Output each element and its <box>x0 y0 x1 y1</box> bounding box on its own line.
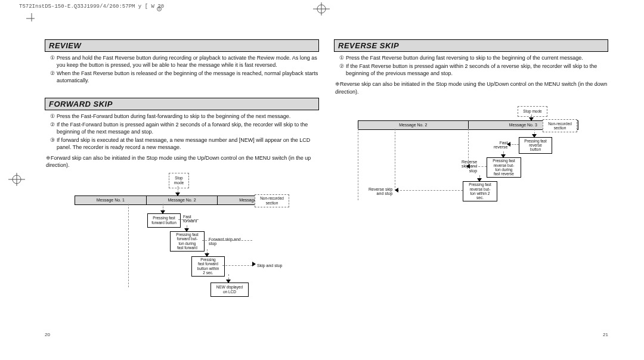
num-icon: ① <box>48 54 57 69</box>
page-left: REVIEW ① Press and hold the Fast Reverse… <box>45 36 319 340</box>
fwd-pressff-during-box: Pressing fast forward but- ton during fa… <box>170 231 205 252</box>
fwdskip-item-2-text: If the Fast-Forward button is pressed ag… <box>57 121 319 135</box>
fwd-skipstop2-label: Skip and stop <box>257 263 282 268</box>
review-item-2-text: When the Fast Reverse button is released… <box>57 70 319 84</box>
rev-fastreverse-label: Fast reverse <box>494 141 507 150</box>
section-fwdskip-header: FORWARD SKIP <box>45 98 319 110</box>
rev-stopmode-box: Stop mode <box>518 106 547 117</box>
fwdskip-item-3-text: If forward skip is executed at the last … <box>57 136 319 151</box>
fwdskip-item-2: ② If the Fast-Forward button is pressed … <box>48 121 319 135</box>
fwdskip-note: ❈Forward skip can also be initiated in t… <box>46 154 319 169</box>
svg-point-3 <box>13 175 21 184</box>
rev-pressfr-2sec-box: Pressing fast reverse but- ton within 2 … <box>463 181 497 201</box>
fwdskip-item-3: ③ If forward skip is executed at the las… <box>48 136 319 151</box>
crop-mark-top <box>313 2 330 15</box>
fwdskip-item-1: ① Press the Fast-Forward button during f… <box>48 113 319 120</box>
fwd-msg1: Message No. 1 <box>75 196 147 204</box>
num-icon: ② <box>48 70 57 84</box>
fwd-skipstop-label: Forward skip and stop <box>209 237 241 246</box>
rev-pressfr-during-box: Pressing fast reverse but- ton during fa… <box>487 157 521 178</box>
fwd-newlcd-box: NEW displayed on LCD <box>210 283 249 297</box>
forward-skip-diagram: Stop mode Message No. 1 Message No. 2 Me… <box>75 173 289 298</box>
fwd-pressff-2sec-box: Pressing fast forward button within 2 se… <box>191 256 225 277</box>
rev-skipstop2-label: Reverse skip and stop <box>369 187 392 196</box>
revskip-item-2: ② If the Fast Reverse button is pressed … <box>338 63 608 77</box>
revskip-item-1-text: Press the Fast Reverse button during fas… <box>346 54 608 61</box>
review-item-2: ② When the Fast Reverse button is releas… <box>48 70 319 84</box>
review-body: ① Press and hold the Fast Reverse button… <box>45 54 319 85</box>
rev-pressfr-box: Pressing fast reverse button <box>519 137 552 154</box>
fwd-nonrec-box: Non-recorded section <box>255 194 289 207</box>
num-icon: ① <box>48 113 57 120</box>
corner-mark-tl <box>26 13 37 24</box>
section-revskip-title: REVERSE SKIP <box>338 41 604 50</box>
fwd-pressff-box: Pressing fast forward button <box>147 213 181 228</box>
crop-mark-left <box>8 173 25 186</box>
rev-msg2: Message No. 2 <box>358 121 469 129</box>
reverse-skip-diagram: Stop mode Message No. 2 Message No. 3 No… <box>358 106 578 225</box>
svg-point-0 <box>317 5 326 13</box>
num-icon: ② <box>48 121 57 135</box>
page-right: REVERSE SKIP ① Press the Fast Reverse bu… <box>334 36 608 340</box>
page-number-left: 20 <box>45 332 50 337</box>
fwdskip-body: ① Press the Fast-Forward button during f… <box>45 113 319 169</box>
section-review-header: REVIEW <box>45 39 319 52</box>
file-path-bar: T572InstDS-150-E.Q33J1999/4/260:57PM y [… <box>19 4 164 10</box>
section-review-title: REVIEW <box>49 41 315 50</box>
fwdskip-item-1-text: Press the Fast-Forward button during fas… <box>57 113 319 120</box>
rev-nonrec-box: Non-recorded section <box>543 119 577 132</box>
fwd-stopmode-box: Stop mode <box>169 173 189 188</box>
reg-mark: ® <box>157 7 162 11</box>
review-item-1-text: Press and hold the Fast Reverse button d… <box>57 54 319 69</box>
revskip-body: ① Press the Fast Reverse button during f… <box>334 54 608 95</box>
review-item-1: ① Press and hold the Fast Reverse button… <box>48 54 319 69</box>
num-icon: ③ <box>48 136 57 151</box>
revskip-item-2-text: If the Fast Reverse button is pressed ag… <box>346 63 608 77</box>
revskip-item-1: ① Press the Fast Reverse button during f… <box>338 54 608 61</box>
section-revskip-header: REVERSE SKIP <box>334 39 608 52</box>
num-icon: ① <box>338 54 346 61</box>
section-fwdskip-title: FORWARD SKIP <box>49 100 315 108</box>
page-number-right: 21 <box>603 332 608 337</box>
fwd-msg2: Message No. 2 <box>147 196 218 204</box>
revskip-note: ❈Reverse skip can also be initiated in t… <box>335 80 608 95</box>
num-icon: ② <box>338 63 346 77</box>
